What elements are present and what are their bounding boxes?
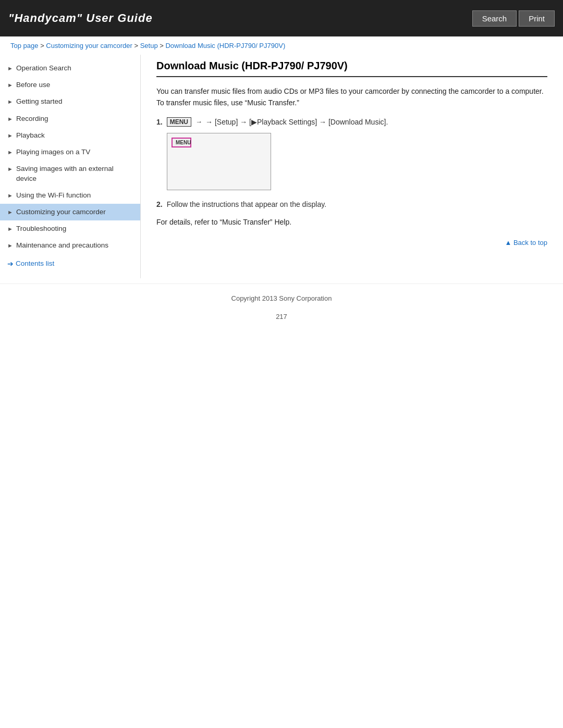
sidebar-item-label: Getting started [16,97,133,106]
breadcrumb-setup[interactable]: Setup [140,42,158,50]
arrow-icon: ► [7,208,13,216]
sidebar: ► Operation Search ► Before use ► Gettin… [0,55,141,278]
header: "Handycam" User Guide Search Print [0,0,563,36]
step-2-line: 2. Follow the instructions that appear o… [156,199,547,210]
app-title: "Handycam" User Guide [8,11,153,25]
sidebar-item-label: Saving images with an external device [16,164,133,183]
main-layout: ► Operation Search ► Before use ► Gettin… [0,55,563,278]
arrow-icon: ► [7,81,13,89]
content-area: Download Music (HDR-PJ790/ PJ790V) You c… [141,55,563,278]
contents-list-link[interactable]: ➔ Contents list [0,254,140,273]
back-to-top-link[interactable]: ▲ Back to top [505,239,547,246]
arrow-icon: → [195,118,202,126]
page-title: Download Music (HDR-PJ790/ PJ790V) [156,60,547,77]
sidebar-item-playing-images[interactable]: ► Playing images on a TV [0,144,140,161]
sidebar-item-troubleshooting[interactable]: ► Troubleshooting [0,220,140,237]
arrow-right-icon: ➔ [7,260,14,268]
step-1: 1. MENU → → [Setup] → [▶Playback Setting… [156,117,547,190]
footer: Copyright 2013 Sony Corporation [0,283,563,307]
sidebar-item-label: Operation Search [16,64,133,73]
sidebar-item-getting-started[interactable]: ► Getting started [0,93,140,110]
breadcrumb-sep1: > [40,42,46,50]
sidebar-item-label: Troubleshooting [16,224,133,233]
header-buttons: Search Print [472,10,555,27]
breadcrumb: Top page > Customizing your camcorder > … [0,36,563,55]
breadcrumb-customizing[interactable]: Customizing your camcorder [46,42,132,50]
breadcrumb-top[interactable]: Top page [10,42,39,50]
sidebar-item-recording[interactable]: ► Recording [0,110,140,127]
sidebar-item-label: Using the Wi-Fi function [16,191,133,200]
sidebar-item-customizing[interactable]: ► Customizing your camcorder [0,204,140,220]
menu-button-icon: MENU [172,138,191,147]
breadcrumb-sep2: > [134,42,140,50]
step-1-line: 1. MENU → → [Setup] → [▶Playback Setting… [156,117,547,127]
sidebar-item-saving-images[interactable]: ► Saving images with an external device [0,161,140,187]
sidebar-item-label: Maintenance and precautions [16,241,133,250]
sidebar-item-label: Playback [16,131,133,140]
step-2-number: 2. [156,200,163,208]
step-1-number: 1. [156,118,163,126]
arrow-icon: ► [7,225,13,233]
breadcrumb-sep3: > [160,42,165,50]
arrow-icon: ► [7,98,13,106]
search-button[interactable]: Search [472,10,517,27]
sidebar-item-label: Customizing your camcorder [16,207,133,217]
step-2-line2: For details, refer to “Music Transfer” H… [156,216,547,228]
arrow-icon: ► [7,242,13,250]
arrow-icon: ► [7,165,13,173]
intro-paragraph: You can transfer music files from audio … [156,85,547,109]
step-2-line1: Follow the instructions that appear on t… [167,199,326,210]
sidebar-item-before-use[interactable]: ► Before use [0,77,140,93]
arrow-icon: ► [7,65,13,72]
sidebar-item-operation-search[interactable]: ► Operation Search [0,60,140,77]
arrow-icon: ► [7,149,13,156]
step-2: 2. Follow the instructions that appear o… [156,199,547,228]
sidebar-item-label: Before use [16,80,133,90]
arrow-icon: ► [7,115,13,123]
sidebar-item-wifi[interactable]: ► Using the Wi-Fi function [0,187,140,204]
arrow-icon: ► [7,132,13,140]
sidebar-item-label: Playing images on a TV [16,147,133,157]
arrow-icon: ► [7,192,13,200]
menu-mockup-image: MENU [167,133,271,190]
sidebar-item-maintenance[interactable]: ► Maintenance and precautions [0,237,140,254]
copyright-text: Copyright 2013 Sony Corporation [231,294,332,302]
breadcrumb-current[interactable]: Download Music (HDR-PJ790/ PJ790V) [165,42,285,50]
page-number: 217 [0,307,563,336]
step-1-instruction: → [Setup] → [▶Playback Settings] → [Down… [205,118,388,126]
menu-badge: MENU [167,117,191,127]
sidebar-item-label: Recording [16,114,133,124]
sidebar-item-playback[interactable]: ► Playback [0,127,140,144]
contents-list-label: Contents list [16,260,54,267]
print-button[interactable]: Print [519,10,555,27]
back-to-top[interactable]: ▲ Back to top [156,239,547,246]
